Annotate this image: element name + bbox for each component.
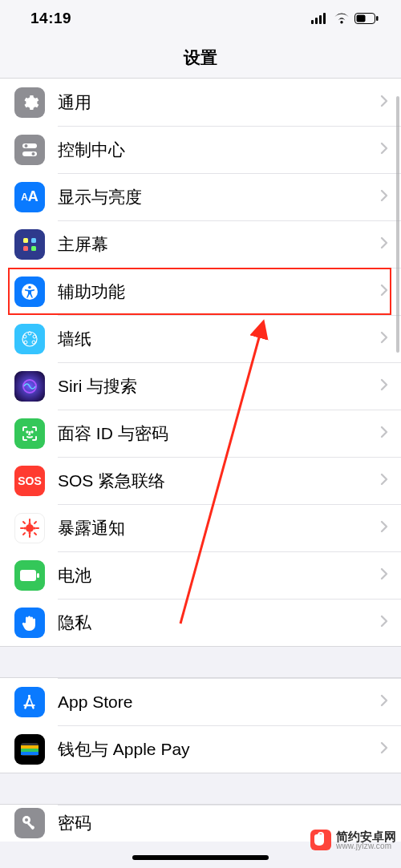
row-label: SOS 紧急联络 (58, 470, 380, 492)
svg-point-24 (26, 431, 27, 432)
svg-rect-44 (21, 752, 38, 755)
svg-rect-12 (31, 238, 36, 243)
svg-point-38 (29, 531, 31, 534)
chevron-right-icon (380, 95, 388, 111)
status-icons (311, 13, 379, 24)
svg-rect-14 (31, 246, 36, 251)
watermark-brand: 简约安卓网 (336, 830, 396, 842)
chevron-right-icon (380, 378, 388, 394)
row-label: App Store (58, 692, 380, 712)
chevron-right-icon (380, 473, 388, 489)
row-home-screen[interactable]: 主屏幕 (0, 220, 401, 268)
row-faceid-passcode[interactable]: 面容 ID 与密码 (0, 410, 401, 457)
svg-rect-42 (21, 745, 38, 749)
watermark-url: www.jylzw.com (336, 842, 396, 850)
wallpaper-icon (14, 324, 45, 354)
row-label: 面容 ID 与密码 (58, 422, 380, 445)
hand-icon (14, 608, 45, 638)
chevron-right-icon (380, 236, 388, 252)
row-accessibility[interactable]: 辅助功能 (0, 268, 401, 315)
chevron-right-icon (380, 567, 388, 583)
row-exposure-notification[interactable]: 暴露通知 (0, 504, 401, 551)
svg-rect-3 (323, 13, 326, 24)
svg-rect-39 (20, 570, 36, 581)
row-label: 电池 (58, 564, 380, 587)
wallet-icon (14, 734, 45, 765)
svg-rect-0 (311, 20, 314, 24)
row-siri-search[interactable]: Siri 与搜索 (0, 362, 401, 410)
svg-rect-11 (23, 238, 28, 243)
row-label: 钱包与 Apple Pay (58, 738, 380, 761)
wifi-icon (334, 13, 350, 24)
gear-icon (14, 87, 45, 118)
row-wallpaper[interactable]: 墙纸 (0, 315, 401, 362)
chevron-right-icon (380, 284, 388, 300)
chevron-right-icon (380, 142, 388, 158)
svg-line-31 (23, 522, 25, 523)
row-label: 主屏幕 (58, 233, 380, 256)
cellular-icon (311, 13, 329, 24)
svg-line-34 (34, 522, 36, 523)
faceid-icon (14, 418, 45, 449)
chevron-right-icon (380, 520, 388, 536)
svg-point-37 (29, 522, 31, 524)
svg-line-33 (23, 533, 25, 535)
svg-point-16 (28, 285, 31, 289)
svg-point-22 (23, 335, 26, 338)
chevron-right-icon (380, 426, 388, 442)
scroll-indicator[interactable] (396, 96, 399, 353)
svg-point-8 (25, 144, 28, 147)
row-label: 显示与亮度 (58, 186, 380, 208)
svg-rect-13 (23, 246, 28, 251)
row-wallet-applepay[interactable]: 钱包与 Apple Pay (0, 725, 401, 773)
svg-rect-6 (376, 16, 379, 21)
svg-rect-2 (319, 15, 322, 24)
sos-icon: SOS (14, 466, 45, 496)
row-general[interactable]: 通用 (0, 79, 401, 126)
row-label: 墙纸 (58, 328, 380, 350)
svg-point-17 (22, 332, 37, 346)
svg-line-32 (34, 533, 36, 535)
group-separator (0, 773, 401, 805)
chevron-right-icon (380, 694, 388, 710)
svg-point-21 (24, 341, 27, 344)
row-display-brightness[interactable]: AA 显示与亮度 (0, 173, 401, 220)
svg-point-26 (26, 524, 34, 532)
row-app-store[interactable]: App Store (0, 678, 401, 725)
row-control-center[interactable]: 控制中心 (0, 126, 401, 173)
row-battery[interactable]: 电池 (0, 551, 401, 599)
watermark: 简约安卓网 www.jylzw.com (310, 830, 396, 850)
row-label: 控制中心 (58, 139, 380, 161)
row-privacy[interactable]: 隐私 (0, 599, 401, 646)
home-grid-icon (14, 229, 45, 260)
row-label: 通用 (58, 91, 380, 114)
svg-point-20 (32, 341, 35, 344)
svg-point-35 (24, 527, 26, 529)
chevron-right-icon (380, 331, 388, 347)
group-separator (0, 646, 401, 678)
chevron-right-icon (380, 189, 388, 205)
svg-rect-1 (315, 18, 318, 24)
svg-point-10 (32, 152, 35, 155)
row-sos[interactable]: SOS SOS 紧急联络 (0, 457, 401, 504)
settings-list: 通用 控制中心 AA 显示与亮度 主屏幕 辅助功能 墙纸 (0, 79, 401, 842)
page-title-text: 设置 (184, 46, 217, 69)
appstore-icon (14, 687, 45, 717)
home-indicator[interactable] (132, 855, 269, 860)
toggles-icon (14, 135, 45, 165)
status-bar: 14:19 (0, 0, 401, 37)
status-time: 14:19 (30, 10, 71, 27)
exposure-icon (14, 513, 45, 543)
svg-rect-47 (27, 822, 34, 830)
row-label: 暴露通知 (58, 517, 380, 539)
page-title: 设置 (0, 37, 401, 79)
svg-rect-43 (21, 749, 38, 752)
watermark-icon (310, 830, 331, 850)
row-label: 隐私 (58, 612, 380, 634)
key-icon (14, 808, 45, 838)
chevron-right-icon (380, 615, 388, 631)
accessibility-icon (14, 277, 45, 307)
svg-point-18 (28, 332, 31, 335)
svg-point-25 (31, 431, 32, 432)
battery-row-icon (14, 560, 45, 591)
